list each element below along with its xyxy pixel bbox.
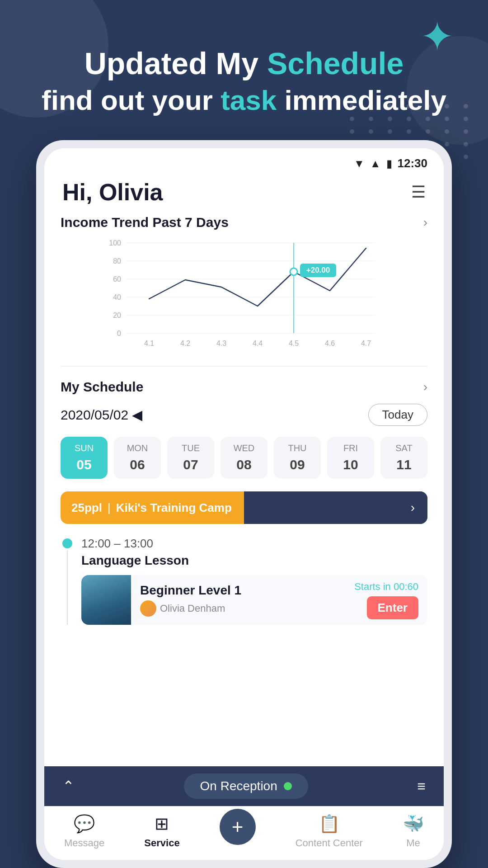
day-num-sun: 05 [76,457,91,472]
schedule-time: 12:00 – 13:00 [81,537,427,551]
tab-message[interactable]: 💬 Message [64,814,104,849]
chart-section: Income Trend Past 7 Days › 100 80 60 40 … [44,215,444,366]
menu-icon[interactable]: ☰ [411,183,426,202]
day-item-wed[interactable]: WED 08 [221,437,267,479]
chart-header: Income Trend Past 7 Days › [61,215,427,230]
lesson-thumbnail [81,575,131,625]
enter-button[interactable]: Enter [367,596,418,619]
svg-text:100: 100 [109,239,121,247]
wifi-icon: ▼ [354,157,365,170]
svg-text:+20.00: +20.00 [306,266,330,274]
day-num-wed: 08 [236,457,251,472]
bottom-menu-icon[interactable]: ≡ [417,778,426,795]
reception-status-dot [284,782,292,790]
tab-service-label: Service [144,837,179,849]
hero-line2: find out your task immediately [27,82,461,119]
me-icon: 🐳 [403,814,424,834]
day-item-sun[interactable]: SUN 05 [61,437,108,479]
tab-content-label: Content Center [296,837,363,849]
svg-text:0: 0 [117,330,121,337]
banner-arrow-icon: › [398,491,427,524]
service-icon: ⊞ [155,814,169,834]
svg-text:4.4: 4.4 [253,340,263,347]
tab-add-button[interactable]: + [220,809,256,845]
phone-container: ▼ ▲ ▮ 12:30 Hi, Olivia ☰ Income Trend Pa… [36,140,452,868]
starts-in-text: Starts in 00:60 [354,581,418,593]
lesson-right: Starts in 00:60 Enter [354,581,418,619]
date-row: 2020/05/02 ◀ Today [61,404,427,426]
chart-title: Income Trend Past 7 Days [61,215,229,230]
chart-wrap: 100 80 60 40 20 0 [61,237,427,355]
lesson-thumb-inner [81,575,131,625]
svg-point-20 [290,268,297,275]
tab-me[interactable]: 🐳 Me [403,814,424,849]
svg-text:4.2: 4.2 [180,340,190,347]
tab-bar: 💬 Message ⊞ Service + 📋 Content Center 🐳 [44,806,444,860]
hero-line2-end: immediately [284,85,446,116]
date-text: 2020/05/02 ◀ [61,407,142,423]
hero-line1-regular: Updated My [84,46,267,80]
day-item-thu[interactable]: THU 09 [274,437,321,479]
svg-text:4.7: 4.7 [361,340,371,347]
banner-sep: | [108,501,111,515]
svg-text:4.6: 4.6 [325,340,335,347]
day-num-thu: 09 [290,457,305,472]
hero-line2-teal: task [221,85,284,116]
banner-left: 25ppl | Kiki's Training Camp [61,501,398,515]
day-name-mon: MON [127,443,148,453]
schedule-arrow[interactable]: › [423,380,427,394]
schedule-content: 12:00 – 13:00 Language Lesson Beginner L… [81,537,427,625]
hero-text-container: Updated My Schedule find out your task i… [0,45,488,118]
signal-icon: ▲ [370,157,381,170]
today-button[interactable]: Today [368,404,427,426]
svg-text:20: 20 [113,311,121,319]
schedule-title: My Schedule [61,379,143,395]
hero-line2-regular: find out your [42,85,221,116]
timeline [62,537,72,625]
svg-text:4.5: 4.5 [289,340,299,347]
status-bar: ▼ ▲ ▮ 12:30 [44,148,444,174]
schedule-lesson-name: Language Lesson [81,553,427,568]
day-num-tue: 07 [183,457,198,472]
lesson-card[interactable]: Beginner Level 1 Olivia Denham Starts in… [81,575,427,625]
chart-arrow[interactable]: › [423,215,427,230]
status-time: 12:30 [398,156,428,170]
up-arrow-icon[interactable]: ⌃ [62,778,75,795]
reception-button[interactable]: On Reception [184,774,308,799]
svg-text:80: 80 [113,257,121,265]
tab-service[interactable]: ⊞ Service [144,814,179,849]
schedule-section: My Schedule › 2020/05/02 ◀ Today SUN 05 [44,367,444,625]
hero-line1-teal: Schedule [267,46,404,80]
timeline-line [67,550,68,625]
schedule-header: My Schedule › [61,379,427,395]
tab-message-label: Message [64,837,104,849]
tab-content-center[interactable]: 📋 Content Center [296,814,363,849]
day-name-fri: FRI [343,443,358,453]
svg-text:4.3: 4.3 [216,340,226,347]
lesson-title: Beginner Level 1 [140,583,345,598]
day-name-wed: WED [234,443,255,453]
lesson-instructor: Olivia Denham [160,603,225,614]
day-name-thu: THU [288,443,306,453]
bottom-bar: ⌃ On Reception ≡ [44,766,444,806]
day-item-tue[interactable]: TUE 07 [167,437,214,479]
banner-name: Kiki's Training Camp [116,501,232,515]
training-banner[interactable]: 25ppl | Kiki's Training Camp › [61,491,427,524]
schedule-item: 12:00 – 13:00 Language Lesson Beginner L… [61,537,427,625]
day-item-fri[interactable]: FRI 10 [327,437,374,479]
reception-text: On Reception [200,779,277,793]
svg-text:60: 60 [113,275,121,283]
day-selector: SUN 05 MON 06 TUE 07 WED [61,437,427,479]
day-num-mon: 06 [130,457,145,472]
day-item-mon[interactable]: MON 06 [114,437,161,479]
message-icon: 💬 [74,814,95,834]
app-content: Income Trend Past 7 Days › 100 80 60 40 … [44,215,444,860]
day-item-sat[interactable]: SAT 11 [380,437,427,479]
svg-text:4.1: 4.1 [144,340,154,347]
day-name-tue: TUE [182,443,200,453]
day-num-fri: 10 [343,457,358,472]
tab-me-label: Me [406,837,420,849]
phone-inner: ▼ ▲ ▮ 12:30 Hi, Olivia ☰ Income Trend Pa… [44,148,444,860]
banner-count: 25ppl [71,501,102,515]
income-chart: 100 80 60 40 20 0 [61,237,427,355]
